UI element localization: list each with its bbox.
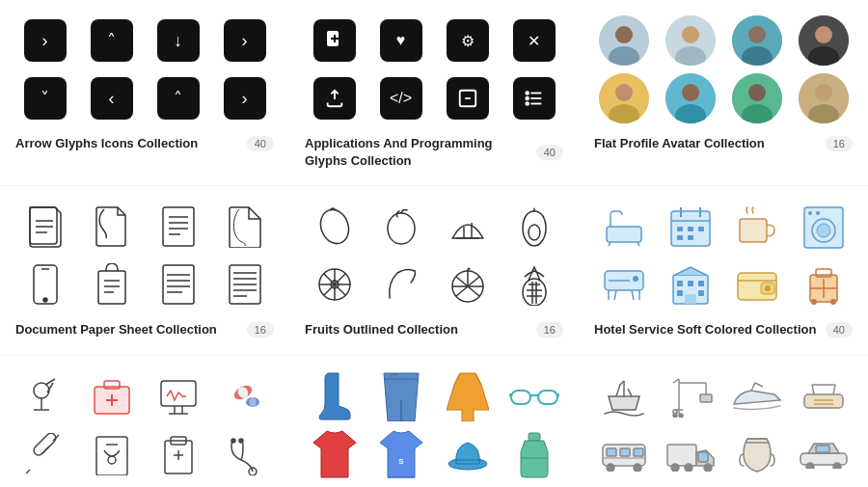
svg-line-132 [45,379,55,385]
doc-text1-icon [161,263,196,306]
avatar-icon-grid [594,15,853,123]
svg-rect-115 [698,281,704,286]
fashion-card[interactable]: S Fashion And Clothing Collection [289,356,579,487]
pills-icon [224,375,266,418]
wallet-icon [734,261,780,308]
svg-line-148 [26,470,30,473]
app-card-title: Applications And Programming Glyphs Coll… [305,135,536,170]
speedboat-icon [732,379,782,414]
orange-icon [447,263,489,306]
transport-icon-grid [594,371,853,479]
svg-line-78 [468,277,479,286]
avatar-3-icon [732,15,782,66]
document-card[interactable]: Document Paper Sheet Collection 16 [0,186,289,355]
hotel-card[interactable]: Hotel Service Soft Colored Collection 40 [579,186,868,355]
boot-icon [317,371,352,421]
svg-line-79 [456,286,468,296]
calendar-icon [667,203,714,250]
avatar-card[interactable]: Flat Profile Avatar Collection 16 [579,0,868,186]
avatar-card-title: Flat Profile Avatar Collection [594,135,765,152]
chevron-left-icon: ‹ [91,77,133,120]
svg-point-18 [748,26,766,43]
svg-point-62 [315,206,353,248]
svg-point-8 [526,92,529,95]
arrow-right-icon: › [24,19,67,62]
avatar-5-icon [599,73,649,123]
svg-line-80 [468,286,479,296]
transport-card[interactable]: Transport Icons Collection 40 [579,356,868,487]
kiwi-icon [313,263,356,306]
car-icon [799,440,849,469]
svg-point-27 [682,84,699,101]
heart-icon: ♥ [380,19,422,62]
svg-line-184 [812,385,814,394]
svg-line-185 [833,385,835,394]
monitor-health-icon [157,375,200,418]
svg-point-81 [523,279,546,306]
svg-line-149 [41,446,49,454]
arrow-card-count: 40 [247,136,274,151]
app-icon-grid: ♥ ⚙ ✕ </> [305,15,563,123]
svg-text:S: S [398,457,404,466]
svg-point-102 [817,224,830,237]
document-card-title: Document Paper Sheet Collection [15,321,217,338]
ac-icon [601,261,647,308]
svg-point-159 [239,439,243,443]
tshirt-icon [313,429,356,479]
svg-rect-87 [607,227,641,242]
svg-rect-118 [685,294,696,304]
fruits-card[interactable]: Fruits Outlined Collection 16 [289,186,579,355]
hotel-card-footer: Hotel Service Soft Colored Collection 40 [594,321,853,338]
svg-rect-117 [698,290,704,296]
medical-card[interactable]: Medical Icons Collection 40 [0,356,289,487]
jeans-icon [380,371,422,421]
doc-folded-icon [28,205,63,248]
hotel-building-icon [667,261,714,308]
svg-rect-94 [677,227,683,231]
svg-point-10 [526,102,529,105]
svg-point-206 [833,463,841,469]
svg-rect-113 [677,281,683,286]
app-card-footer: Applications And Programming Glyphs Coll… [305,135,563,170]
apple-icon [380,205,422,248]
svg-rect-164 [538,391,557,404]
hotel-card-count: 40 [826,322,853,338]
avatar-6-icon [665,73,716,123]
microscope-icon [24,375,67,418]
svg-line-176 [673,379,679,383]
svg-rect-196 [667,445,696,466]
svg-rect-95 [688,227,693,231]
collections-grid: › ˄ ↓ › ˅ ‹ ˄ › Arrow Glyphs Icons Colle… [0,0,868,487]
svg-rect-191 [620,448,630,456]
arrow-icon-grid: › ˄ ↓ › ˅ ‹ ˄ › [15,15,274,123]
avocado-icon [513,205,556,248]
svg-point-152 [108,456,116,464]
app-programming-card[interactable]: ♥ ⚙ ✕ </> Applications And Programming G… [289,0,579,186]
svg-point-15 [682,26,699,43]
pineapple-icon [513,263,556,306]
svg-rect-114 [688,281,693,286]
upload-icon [313,77,356,120]
stethoscope-icon [224,433,266,475]
svg-point-66 [529,225,540,240]
arrow-right2-icon: › [224,19,266,62]
add-file-icon [313,19,356,62]
svg-point-158 [231,439,235,443]
fashion-icon-grid: S [305,371,563,479]
svg-point-182 [679,414,683,418]
svg-point-194 [634,464,641,472]
svg-rect-47 [98,271,125,304]
truck-icon [665,437,716,472]
avatar-2-icon [665,15,716,66]
svg-rect-204 [816,446,829,452]
chevron-up-icon: ˄ [157,77,200,120]
svg-point-145 [249,397,256,407]
crane-icon [667,375,714,418]
arrow-glyphs-card[interactable]: › ˄ ↓ › ˅ ‹ ˄ › Arrow Glyphs Icons Colle… [0,0,289,186]
bottle-fashion-icon [517,429,552,479]
svg-rect-163 [511,391,530,404]
list-icon [513,77,556,120]
fruit-card-title: Fruits Outlined Collection [305,321,458,338]
svg-line-77 [456,277,468,286]
svg-point-104 [816,211,820,215]
